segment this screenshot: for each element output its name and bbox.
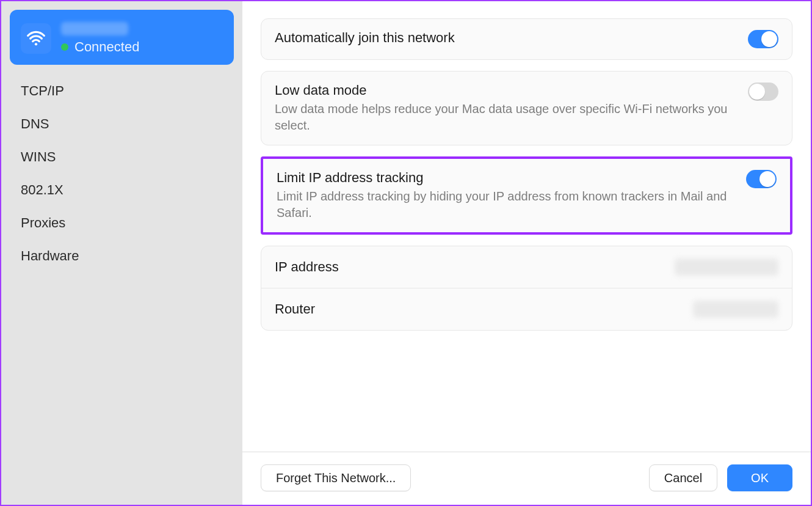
sidebar: Connected TCP/IP DNS WINS 802.1X Proxies… [1,1,242,505]
low-data-sub: Low data mode helps reduce your Mac data… [275,101,736,134]
wifi-name-redacted [61,22,128,35]
limit-ip-row: Limit IP address tracking Limit IP addre… [263,159,790,232]
auto-join-title: Automatically join this network [275,30,736,46]
forget-network-button[interactable]: Forget This Network... [261,464,411,491]
limit-ip-toggle[interactable] [746,170,777,188]
settings-scroll: Automatically join this network Low data… [242,1,811,452]
footer: Forget This Network... Cancel OK [242,452,811,505]
auto-join-toggle[interactable] [748,30,778,48]
content: Automatically join this network Low data… [242,1,811,505]
network-settings-window: Connected TCP/IP DNS WINS 802.1X Proxies… [0,0,812,506]
sidebar-item-wins[interactable]: WINS [12,141,231,174]
ip-info-card: IP address Router [261,246,792,331]
cancel-button[interactable]: Cancel [649,464,717,491]
sidebar-item-dns[interactable]: DNS [12,108,231,141]
low-data-toggle[interactable] [748,82,778,101]
wifi-icon [21,23,51,54]
router-row: Router [261,288,792,330]
sidebar-item-8021x[interactable]: 802.1X [12,174,231,207]
router-value-redacted [693,301,778,318]
wifi-status-label: Connected [74,39,139,55]
sidebar-item-hardware[interactable]: Hardware [12,240,231,273]
ip-address-value-redacted [675,258,778,276]
ok-button[interactable]: OK [727,464,792,491]
wifi-status: Connected [61,39,139,55]
sidebar-item-tcpip[interactable]: TCP/IP [12,75,231,108]
sidebar-item-wifi[interactable]: Connected [10,10,234,65]
auto-join-card: Automatically join this network [261,18,792,60]
status-dot-icon [61,43,68,51]
sidebar-list: TCP/IP DNS WINS 802.1X Proxies Hardware [10,71,234,276]
limit-ip-card: Limit IP address tracking Limit IP addre… [261,156,792,235]
svg-point-0 [35,43,37,45]
router-label: Router [275,301,681,317]
ip-address-row: IP address [261,246,792,288]
limit-ip-title: Limit IP address tracking [277,170,734,186]
auto-join-row: Automatically join this network [261,19,792,59]
wifi-info: Connected [61,22,139,55]
low-data-card: Low data mode Low data mode helps reduce… [261,71,792,145]
ip-address-label: IP address [275,259,662,275]
low-data-row: Low data mode Low data mode helps reduce… [261,72,792,145]
limit-ip-sub: Limit IP address tracking by hiding your… [277,188,734,221]
low-data-title: Low data mode [275,82,736,98]
sidebar-item-proxies[interactable]: Proxies [12,207,231,240]
